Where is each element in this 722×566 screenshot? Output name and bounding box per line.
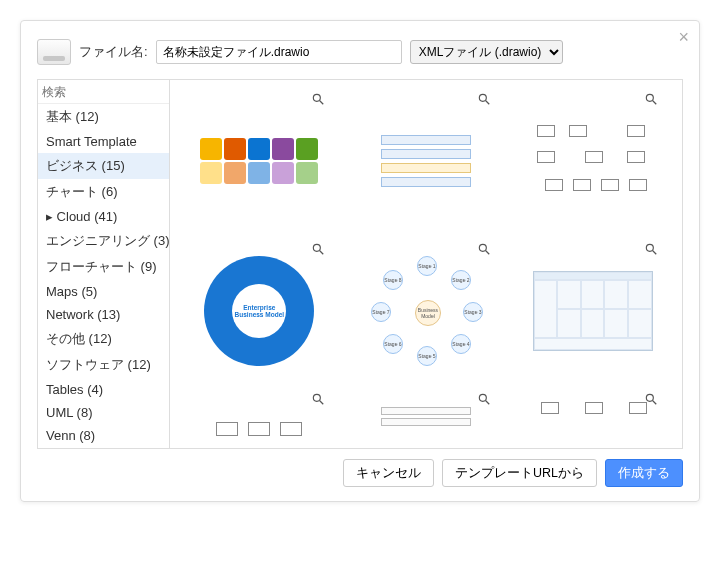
body-area: 基本 (12)Smart Templateビジネス (15)チャート (6)▸ …	[37, 79, 683, 449]
template-thumb	[194, 396, 324, 436]
template-thumb	[528, 396, 658, 436]
svg-line-11	[486, 251, 490, 255]
filename-input[interactable]	[156, 40, 402, 64]
zoom-icon[interactable]	[644, 92, 658, 109]
svg-point-12	[646, 244, 653, 251]
filename-label: ファイル名:	[79, 43, 148, 61]
sidebar: 基本 (12)Smart Templateビジネス (15)チャート (6)▸ …	[38, 80, 170, 448]
template-item[interactable]	[343, 86, 510, 236]
template-thumb	[528, 261, 658, 361]
template-thumb: Business Model Stage 1 Stage 2 Stage 3 S…	[361, 261, 491, 361]
template-item[interactable]	[343, 386, 510, 446]
template-thumb	[528, 111, 658, 211]
zoom-icon[interactable]	[644, 242, 658, 259]
svg-line-15	[319, 401, 323, 405]
category-item[interactable]: ▸ Cloud (41)	[38, 205, 169, 228]
svg-line-13	[653, 251, 657, 255]
template-item[interactable]	[509, 86, 676, 236]
header-row: ファイル名: XMLファイル (.drawio)	[37, 39, 683, 65]
from-url-button[interactable]: テンプレートURLから	[442, 459, 597, 487]
zoom-icon[interactable]	[477, 92, 491, 109]
create-button[interactable]: 作成する	[605, 459, 683, 487]
zoom-icon[interactable]	[477, 392, 491, 409]
category-item[interactable]: フローチャート (9)	[38, 254, 169, 280]
svg-line-7	[653, 101, 657, 105]
zoom-icon[interactable]	[311, 392, 325, 409]
svg-line-3	[319, 101, 323, 105]
category-item[interactable]: Tables (4)	[38, 378, 169, 401]
svg-line-17	[486, 401, 490, 405]
footer-row: キャンセル テンプレートURLから 作成する	[37, 459, 683, 487]
template-thumb	[194, 111, 324, 211]
filetype-select[interactable]: XMLファイル (.drawio)	[410, 40, 563, 64]
template-item[interactable]: Business Model Stage 1 Stage 2 Stage 3 S…	[343, 236, 510, 386]
category-item[interactable]: Maps (5)	[38, 280, 169, 303]
drive-icon	[37, 39, 71, 65]
search-input[interactable]	[38, 83, 170, 101]
svg-point-16	[480, 394, 487, 401]
stage-center-label: Business Model	[415, 300, 441, 326]
svg-point-2	[313, 94, 320, 101]
template-item[interactable]	[509, 236, 676, 386]
template-thumb: Enterprise Business Model	[194, 261, 324, 361]
template-thumb	[361, 111, 491, 211]
search-wrap	[38, 80, 169, 104]
template-thumb	[361, 396, 491, 436]
new-file-dialog: × ファイル名: XMLファイル (.drawio) 基本 (12)Smart …	[20, 20, 700, 502]
template-item[interactable]	[176, 86, 343, 236]
svg-line-9	[319, 251, 323, 255]
svg-point-4	[480, 94, 487, 101]
category-item[interactable]: ソフトウェア (12)	[38, 352, 169, 378]
category-item[interactable]: UML (8)	[38, 401, 169, 424]
zoom-icon[interactable]	[311, 242, 325, 259]
svg-point-6	[646, 94, 653, 101]
template-item[interactable]: Enterprise Business Model	[176, 236, 343, 386]
category-item[interactable]: Venn (8)	[38, 424, 169, 447]
category-item[interactable]: エンジニアリング (3)	[38, 228, 169, 254]
svg-line-5	[486, 101, 490, 105]
category-item[interactable]: Smart Template	[38, 130, 169, 153]
close-icon[interactable]: ×	[678, 27, 689, 48]
template-grid: Enterprise Business Model Business Model…	[170, 80, 682, 448]
template-item[interactable]	[509, 386, 676, 446]
svg-point-10	[480, 244, 487, 251]
category-item[interactable]: 基本 (12)	[38, 104, 169, 130]
cancel-button[interactable]: キャンセル	[343, 459, 434, 487]
category-item[interactable]: チャート (6)	[38, 179, 169, 205]
svg-point-14	[313, 394, 320, 401]
circle-center-label: Enterprise Business Model	[232, 284, 286, 338]
category-item[interactable]: その他 (12)	[38, 326, 169, 352]
category-item[interactable]: ビジネス (15)	[38, 153, 169, 179]
zoom-icon[interactable]	[311, 92, 325, 109]
svg-line-19	[653, 401, 657, 405]
category-item[interactable]: Network (13)	[38, 303, 169, 326]
svg-point-8	[313, 244, 320, 251]
template-item[interactable]	[176, 386, 343, 446]
category-list: 基本 (12)Smart Templateビジネス (15)チャート (6)▸ …	[38, 104, 169, 448]
